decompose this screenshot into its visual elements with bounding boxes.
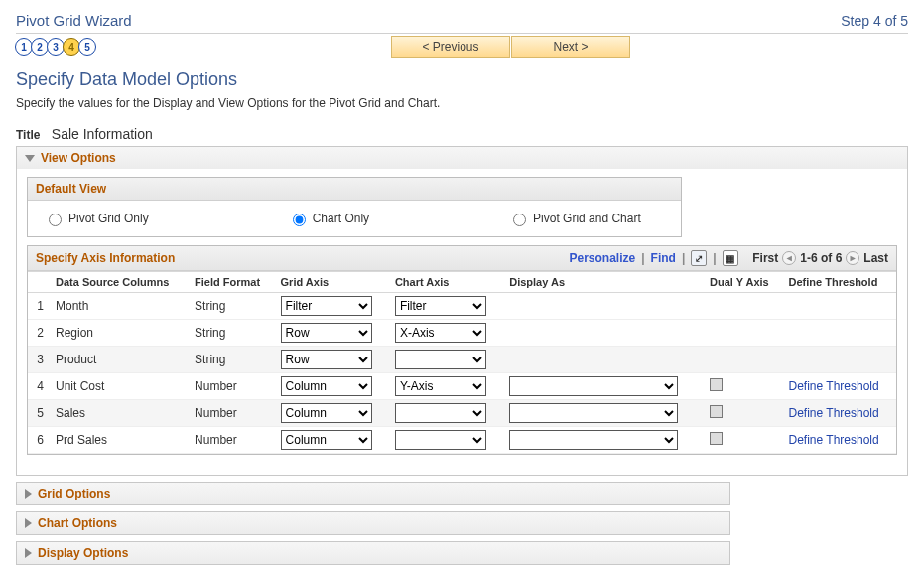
section-header-grid-options[interactable]: Grid Options <box>17 483 729 504</box>
field-format-cell: String <box>189 347 275 373</box>
section-grid-options: Grid Options <box>16 482 730 505</box>
collapse-icon <box>25 155 35 162</box>
chart-axis-select[interactable]: FilterX-AxisY-Axis <box>395 296 486 316</box>
row-number: 5 <box>28 400 50 427</box>
previous-button[interactable]: < Previous <box>391 36 510 58</box>
field-format-cell: String <box>189 293 275 320</box>
col-chart-axis-header: Chart Axis <box>389 272 503 293</box>
table-row: 5SalesNumberFilterRowColumnFilterX-AxisY… <box>28 400 896 427</box>
row-number: 6 <box>28 427 50 454</box>
last-label: Last <box>863 251 888 265</box>
default-view-title: Default View <box>36 182 106 196</box>
find-link[interactable]: Find <box>651 251 676 265</box>
field-format-cell: Number <box>189 400 275 427</box>
title-value: Sale Information <box>52 126 153 142</box>
grid-axis-select[interactable]: FilterRowColumn <box>281 430 372 450</box>
col-display-as-header: Display As <box>503 272 704 293</box>
page-title: Specify Data Model Options <box>16 70 908 90</box>
page-description: Specify the values for the Display and V… <box>16 96 908 110</box>
table-row: 4Unit CostNumberFilterRowColumnFilterX-A… <box>28 373 896 400</box>
dual-y-checkbox[interactable] <box>710 432 723 445</box>
row-number: 4 <box>28 373 50 400</box>
section-chart-options: Chart Options <box>16 511 730 535</box>
chart-axis-select[interactable]: FilterX-AxisY-Axis <box>395 350 486 369</box>
section-header-view-options[interactable]: View Options <box>17 147 907 169</box>
section-title: Grid Options <box>38 487 110 500</box>
row-number: 3 <box>28 347 50 373</box>
col-threshold-header: Define Threshold <box>783 272 896 293</box>
step-bubbles: 12345 <box>16 38 95 56</box>
expand-icon <box>25 548 32 558</box>
grid-axis-select[interactable]: FilterRowColumn <box>281 296 372 316</box>
grid-view-icon[interactable]: ▦ <box>723 250 738 266</box>
display-as-select[interactable] <box>509 403 678 423</box>
axis-info-title: Specify Axis Information <box>36 251 175 265</box>
field-format-cell: String <box>189 320 275 347</box>
grid-axis-select[interactable]: FilterRowColumn <box>281 403 372 423</box>
col-dual-y-header: Dual Y Axis <box>704 272 783 293</box>
grid-axis-select[interactable]: FilterRowColumn <box>281 376 372 396</box>
section-view-options: View Options Default View Pivot Grid Onl… <box>16 146 908 476</box>
section-header-chart-options[interactable]: Chart Options <box>17 512 729 534</box>
radio-both-input[interactable] <box>513 214 526 226</box>
expand-icon <box>25 518 32 528</box>
table-row: 1MonthStringFilterRowColumnFilterX-AxisY… <box>28 293 896 320</box>
data-source-cell: Prd Sales <box>50 427 189 454</box>
first-page-icon[interactable]: ◄ <box>782 251 796 265</box>
range-label: 1-6 of 6 <box>800 251 842 265</box>
step-indicator: Step 4 of 5 <box>841 13 908 29</box>
zoom-icon[interactable]: ⤢ <box>691 250 707 266</box>
dual-y-checkbox[interactable] <box>710 405 723 418</box>
radio-both[interactable]: Pivot Grid and Chart <box>508 211 641 226</box>
field-format-cell: Number <box>189 427 275 454</box>
step-bubble-5[interactable]: 5 <box>78 38 96 56</box>
title-label: Title <box>16 128 40 142</box>
chart-axis-select[interactable]: FilterX-AxisY-Axis <box>395 403 486 423</box>
default-view-panel: Default View Pivot Grid Only Chart Only … <box>27 177 682 237</box>
chart-axis-select[interactable]: FilterX-AxisY-Axis <box>395 430 486 450</box>
last-page-icon[interactable]: ► <box>846 251 859 265</box>
row-number: 1 <box>28 293 50 320</box>
next-button[interactable]: Next > <box>511 36 630 58</box>
radio-chart-only-input[interactable] <box>293 214 306 226</box>
data-source-cell: Month <box>50 293 189 320</box>
data-source-cell: Unit Cost <box>50 373 189 400</box>
radio-pivot-only-input[interactable] <box>49 214 62 226</box>
section-title: Display Options <box>38 546 128 560</box>
first-label: First <box>752 251 778 265</box>
radio-pivot-only-label: Pivot Grid Only <box>68 212 149 225</box>
data-source-cell: Region <box>50 320 189 347</box>
table-row: 6Prd SalesNumberFilterRowColumnFilterX-A… <box>28 427 896 454</box>
data-source-cell: Sales <box>50 400 189 427</box>
axis-table: Data Source Columns Field Format Grid Ax… <box>28 271 896 454</box>
section-title: View Options <box>41 151 116 165</box>
radio-pivot-only[interactable]: Pivot Grid Only <box>44 211 149 226</box>
field-format-cell: Number <box>189 373 275 400</box>
define-threshold-link[interactable]: Define Threshold <box>789 433 879 447</box>
col-data-source-header: Data Source Columns <box>50 272 189 293</box>
col-field-format-header: Field Format <box>189 272 275 293</box>
define-threshold-link[interactable]: Define Threshold <box>789 379 879 393</box>
radio-both-label: Pivot Grid and Chart <box>533 212 641 225</box>
table-row: 2RegionStringFilterRowColumnFilterX-Axis… <box>28 320 896 347</box>
expand-icon <box>25 489 32 499</box>
chart-axis-select[interactable]: FilterX-AxisY-Axis <box>395 376 486 396</box>
col-num-header <box>28 272 50 293</box>
grid-axis-select[interactable]: FilterRowColumn <box>281 350 372 369</box>
display-as-select[interactable] <box>509 376 678 396</box>
data-source-cell: Product <box>50 347 189 373</box>
section-header-display-options[interactable]: Display Options <box>17 542 729 564</box>
row-number: 2 <box>28 320 50 347</box>
grid-axis-select[interactable]: FilterRowColumn <box>281 323 372 343</box>
axis-info-panel: Specify Axis Information Personalize | F… <box>27 245 897 455</box>
personalize-link[interactable]: Personalize <box>570 251 636 265</box>
define-threshold-link[interactable]: Define Threshold <box>789 406 879 420</box>
display-as-select[interactable] <box>509 430 678 450</box>
table-row: 3ProductStringFilterRowColumnFilterX-Axi… <box>28 347 896 373</box>
radio-chart-only[interactable]: Chart Only <box>288 211 369 226</box>
chart-axis-select[interactable]: FilterX-AxisY-Axis <box>395 323 486 343</box>
col-grid-axis-header: Grid Axis <box>275 272 389 293</box>
dual-y-checkbox[interactable] <box>710 378 723 391</box>
section-title: Chart Options <box>38 516 117 530</box>
section-display-options: Display Options <box>16 541 730 565</box>
